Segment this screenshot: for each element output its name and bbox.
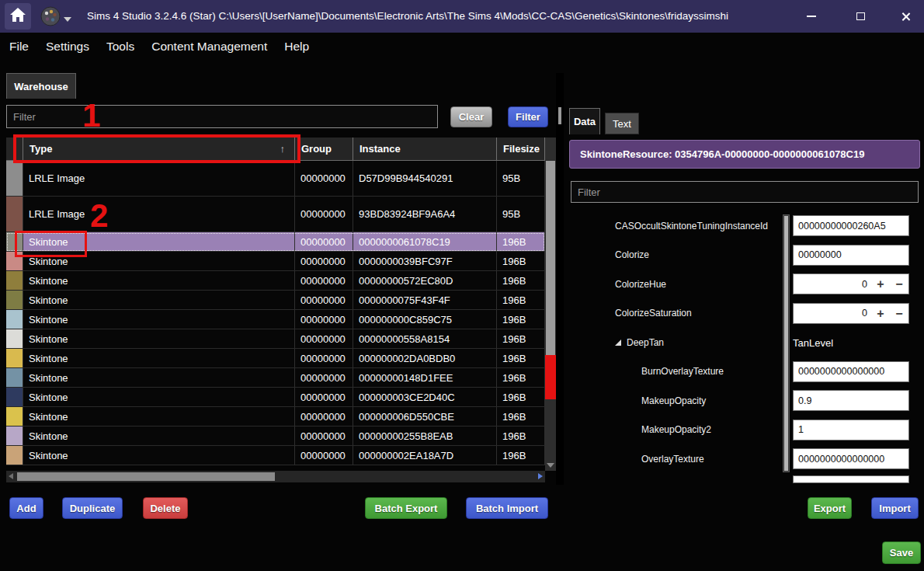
close-button[interactable]	[888, 0, 923, 33]
property-row[interactable]: ColorizeHue0+−	[564, 270, 921, 299]
table-row[interactable]: Skintone00000000000000002EA18A7D196B	[6, 446, 545, 465]
stepper-increment-button[interactable]: +	[871, 304, 890, 323]
row-instance: 93BD83924BF9A6A4	[353, 197, 497, 232]
property-row[interactable]: ColorizeSaturation0+−	[564, 299, 921, 329]
row-group: 00000000	[295, 329, 353, 348]
table-row[interactable]: Skintone00000000000000006D550CBE196B	[6, 407, 545, 427]
row-instance: D57D99B944540291	[353, 161, 497, 196]
property-filter-input[interactable]	[571, 181, 919, 203]
property-value-input[interactable]: 00000000	[793, 245, 909, 266]
table-row[interactable]: Skintone0000000000000000255B8EAB196B	[6, 427, 545, 446]
horizontal-scrollbar-thumb[interactable]	[17, 472, 275, 481]
row-filesize: 196B	[497, 310, 545, 329]
filter-button[interactable]: Filter	[508, 106, 548, 127]
table-row[interactable]: LRLE Image00000000D57D99B94454029195B	[6, 161, 545, 197]
panel-splitter[interactable]	[556, 73, 564, 485]
column-header-group[interactable]: Group	[295, 138, 353, 160]
row-instance: 00000000255B8EAB	[353, 427, 497, 445]
column-header-filesize[interactable]: Filesize	[497, 138, 545, 160]
row-filesize: 196B	[497, 388, 545, 406]
property-value-stepper[interactable]: 0+−	[793, 273, 909, 294]
table-row[interactable]: Skintone000000000000000061078C19196B	[6, 232, 545, 252]
row-type: Skintone	[23, 349, 295, 367]
minimize-button[interactable]	[794, 0, 829, 33]
property-row[interactable]: OverlayTexture0000000000000000	[564, 444, 921, 474]
vertical-scrollbar-thumb[interactable]	[546, 161, 555, 355]
property-value-input[interactable]: 1	[793, 420, 909, 440]
table-row[interactable]: Skintone000000000000000075F43F4F196B	[6, 291, 545, 310]
tab-text[interactable]: Text	[605, 113, 639, 134]
tab-data[interactable]: Data	[569, 108, 600, 134]
property-scrollbar[interactable]	[783, 214, 790, 472]
table-row[interactable]: Skintone0000000000000000572EC80D196B	[6, 271, 545, 291]
table-row[interactable]: Skintone00000000000000002DA0BDB0196B	[6, 349, 545, 368]
property-row[interactable]: Colorize00000000	[564, 241, 921, 270]
maximize-button[interactable]	[842, 0, 878, 33]
property-value: TanLevel	[793, 336, 909, 350]
stepper-decrement-button[interactable]: −	[890, 274, 908, 294]
table-row[interactable]: Skintone000000000000000039BFC97F196B	[6, 252, 545, 271]
row-filesize: 196B	[497, 446, 545, 465]
add-button[interactable]: Add	[9, 497, 43, 519]
property-value-input[interactable]: 0000000000000000	[793, 361, 909, 382]
property-row[interactable]: MakeupOpacity0.9	[564, 386, 921, 416]
scroll-right-icon[interactable]	[538, 473, 543, 479]
scroll-down-icon[interactable]	[547, 463, 554, 468]
stepper-value[interactable]: 0	[794, 308, 871, 319]
row-group: 00000000	[295, 252, 353, 270]
export-button[interactable]: Export	[808, 497, 852, 519]
scroll-left-icon[interactable]	[9, 473, 13, 479]
menu-item-help[interactable]: Help	[276, 33, 318, 60]
row-type: Skintone	[23, 291, 295, 309]
batch-export-button[interactable]: Batch Export	[365, 497, 447, 519]
property-value-input[interactable]: 00000000000260A5	[793, 215, 909, 236]
warehouse-filter-input[interactable]	[6, 105, 438, 128]
property-scrollbar-thumb[interactable]	[784, 216, 788, 471]
duplicate-button[interactable]: Duplicate	[62, 497, 123, 519]
property-row[interactable]: BurnOverlayTexture0000000000000000	[564, 357, 921, 387]
home-button[interactable]	[5, 3, 31, 30]
property-value-input[interactable]: 0.9	[793, 390, 909, 411]
palette-icon	[40, 6, 61, 30]
app-window: Sims 4 Studio 3.2.4.6 (Star) C:\Users\[U…	[0, 0, 924, 571]
property-name: OverlayTexture	[564, 454, 783, 465]
property-row[interactable]: CASOccultSkintoneTuningInstanceId0000000…	[564, 211, 921, 241]
table-row[interactable]: LRLE Image0000000093BD83924BF9A6A495B	[6, 197, 545, 232]
menu-item-tools[interactable]: Tools	[98, 33, 143, 60]
table-row[interactable]: Skintone00000000000000000C859C75196B	[6, 310, 545, 329]
stepper-value[interactable]: 0	[794, 279, 871, 290]
property-value-input[interactable]: 0000000000000000	[793, 448, 909, 469]
splitter-handle[interactable]	[558, 107, 561, 124]
table-vertical-scrollbar[interactable]	[545, 138, 556, 471]
row-instance: 0000000061078C19	[353, 232, 497, 251]
annotation-box-skintone-row	[15, 231, 87, 257]
delete-button[interactable]: Delete	[143, 497, 188, 519]
menu-item-settings[interactable]: Settings	[37, 33, 98, 60]
tab-warehouse[interactable]: Warehouse	[6, 73, 76, 99]
column-header-instance[interactable]: Instance	[353, 138, 497, 160]
save-button[interactable]: Save	[882, 541, 921, 564]
expander-expanded-icon[interactable]	[615, 339, 621, 346]
row-group: 00000000	[295, 427, 353, 445]
property-value-stepper[interactable]: 0+−	[793, 303, 909, 324]
import-button[interactable]: Import	[871, 497, 919, 519]
table-row[interactable]: Skintone0000000000000000148D1FEE196B	[6, 368, 545, 388]
property-name: DeepTan	[564, 337, 783, 348]
row-type: LRLE Image	[23, 161, 295, 196]
property-row[interactable]: DeepTanTanLevel	[564, 328, 921, 357]
stepper-increment-button[interactable]: +	[871, 274, 890, 294]
table-row[interactable]: Skintone00000000000000003CE2D40C196B	[6, 388, 545, 407]
table-horizontal-scrollbar[interactable]	[6, 471, 545, 482]
annotation-number-1: 1	[82, 99, 100, 132]
palette-menu-button[interactable]	[40, 6, 71, 30]
property-value: 00000000000260A5	[793, 215, 909, 236]
menu-item-file[interactable]: File	[1, 33, 37, 60]
menu-item-content-management[interactable]: Content Management	[143, 33, 276, 60]
clear-button[interactable]: Clear	[450, 106, 492, 127]
batch-import-button[interactable]: Batch Import	[466, 497, 548, 519]
property-name: MakeupOpacity2	[564, 424, 783, 435]
stepper-decrement-button[interactable]: −	[890, 304, 908, 323]
row-group: 00000000	[295, 368, 353, 387]
property-row[interactable]: MakeupOpacity21	[564, 416, 921, 445]
table-row[interactable]: Skintone0000000000000000558A8154196B	[6, 329, 545, 349]
